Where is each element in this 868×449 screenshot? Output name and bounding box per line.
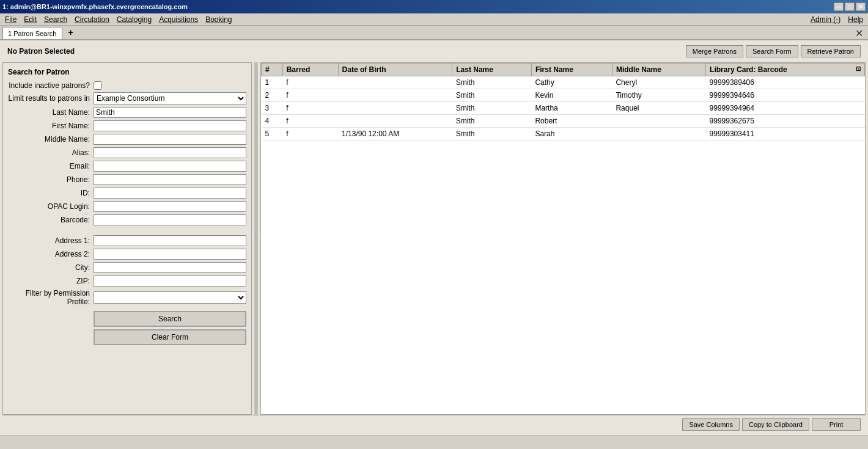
clear-form-button[interactable]: Clear Form	[94, 329, 246, 345]
phone-row: Phone:	[8, 174, 246, 185]
zip-input[interactable]	[94, 276, 246, 287]
menu-circulation[interactable]: Circulation	[71, 14, 113, 25]
zip-row: ZIP:	[8, 276, 246, 287]
menu-help[interactable]: Help	[844, 14, 867, 25]
cell-barred: f	[282, 102, 338, 115]
top-buttons: Merge Patrons Search Form Retrieve Patro…	[686, 45, 861, 57]
menu-acquisitions[interactable]: Acquisitions	[155, 14, 202, 25]
menu-edit[interactable]: Edit	[20, 14, 40, 25]
main-content: No Patron Selected Merge Patrons Search …	[0, 40, 868, 436]
city-label: City:	[8, 263, 94, 272]
address2-input[interactable]	[94, 249, 246, 260]
copy-clipboard-button[interactable]: Copy to Clipboard	[742, 418, 809, 431]
bottom-bar: Save Columns Copy to Clipboard Print	[2, 415, 866, 433]
opac-login-row: OPAC Login:	[8, 201, 246, 212]
address1-input[interactable]	[94, 235, 246, 246]
cell-num: 4	[262, 115, 283, 128]
results-panel: # Barred Date of Birth Last Name First N…	[260, 62, 866, 415]
search-button[interactable]: Search	[94, 311, 246, 327]
cell-dob	[338, 102, 452, 115]
cell-first-name: Kevin	[531, 89, 612, 102]
filter-permission-label: Filter by Permission Profile:	[8, 289, 94, 306]
cell-first-name: Martha	[531, 102, 612, 115]
table-row[interactable]: 2 f Smith Kevin Timothy 99999394646	[262, 89, 865, 102]
id-label: ID:	[8, 189, 94, 197]
cell-dob: 1/13/90 12:00 AM	[338, 128, 452, 141]
include-inactive-row: Include inactive patrons?	[8, 81, 246, 90]
filter-permission-select[interactable]	[94, 291, 246, 304]
tab-patron-search[interactable]: 1 Patron Search	[2, 27, 62, 39]
table-header-row: # Barred Date of Birth Last Name First N…	[262, 64, 865, 76]
close-button[interactable]: ✕	[856, 2, 866, 11]
id-input[interactable]	[94, 188, 246, 199]
cell-barcode: 99999362675	[706, 115, 865, 128]
table-row[interactable]: 4 f Smith Robert 99999362675	[262, 115, 865, 128]
city-row: City:	[8, 262, 246, 273]
retrieve-patron-button[interactable]: Retrieve Patron	[801, 45, 861, 57]
limit-results-label: Limit results to patrons in	[8, 94, 94, 103]
barcode-input[interactable]	[94, 214, 246, 225]
col-resize-icon[interactable]: ⊡	[856, 65, 861, 72]
opac-login-input[interactable]	[94, 201, 246, 212]
alias-input[interactable]	[94, 147, 246, 158]
results-tbody: 1 f Smith Cathy Cheryl 99999389406 2 f S…	[262, 76, 865, 141]
address1-row: Address 1:	[8, 235, 246, 246]
last-name-row: Last Name:	[8, 107, 246, 118]
search-form-button[interactable]: Search Form	[746, 45, 798, 57]
tab-add-button[interactable]: +	[64, 26, 78, 39]
include-inactive-checkbox[interactable]	[94, 81, 102, 90]
phone-input[interactable]	[94, 174, 246, 185]
last-name-input[interactable]	[94, 107, 246, 118]
cell-last-name: Smith	[452, 89, 532, 102]
phone-label: Phone:	[8, 175, 94, 184]
middle-name-input[interactable]	[94, 134, 246, 145]
limit-results-row: Limit results to patrons in Example Cons…	[8, 92, 246, 104]
table-row[interactable]: 5 f 1/13/90 12:00 AM Smith Sarah 9999930…	[262, 128, 865, 141]
cell-middle-name: Raquel	[612, 102, 705, 115]
address2-label: Address 2:	[8, 250, 94, 258]
search-panel-inner: Search for Patron Include inactive patro…	[3, 63, 251, 350]
first-name-input[interactable]	[94, 120, 246, 131]
status-bar	[0, 436, 868, 449]
content-split: Search for Patron Include inactive patro…	[2, 62, 866, 415]
cell-num: 1	[262, 76, 283, 89]
menu-file[interactable]: File	[1, 14, 20, 25]
resize-handle[interactable]: ⋮	[254, 62, 258, 415]
table-row[interactable]: 1 f Smith Cathy Cheryl 99999389406	[262, 76, 865, 89]
table-row[interactable]: 3 f Smith Martha Raquel 99999394964	[262, 102, 865, 115]
window-controls: — □ ✕	[834, 2, 866, 11]
cell-middle-name: Cheryl	[612, 76, 705, 89]
top-action-bar: No Patron Selected Merge Patrons Search …	[2, 43, 866, 60]
cell-num: 2	[262, 89, 283, 102]
alias-label: Alias:	[8, 148, 94, 157]
cell-barcode: 99999394646	[706, 89, 865, 102]
tab-close-icon[interactable]: ✕	[855, 27, 863, 39]
menu-search[interactable]: Search	[40, 14, 71, 25]
search-panel: Search for Patron Include inactive patro…	[2, 62, 252, 415]
title-bar: 1: admin@BR1-winxpvmfx.phasefx.evergreen…	[0, 0, 868, 13]
cell-middle-name	[612, 128, 705, 141]
cell-barcode: 99999389406	[706, 76, 865, 89]
minimize-button[interactable]: —	[834, 2, 844, 11]
save-columns-button[interactable]: Save Columns	[682, 418, 740, 431]
merge-patrons-button[interactable]: Merge Patrons	[686, 45, 743, 57]
print-button[interactable]: Print	[812, 418, 861, 431]
include-inactive-label: Include inactive patrons?	[8, 81, 94, 90]
middle-name-row: Middle Name:	[8, 134, 246, 145]
maximize-button[interactable]: □	[845, 2, 855, 11]
email-input[interactable]	[94, 161, 246, 172]
app-title: 1: admin@BR1-winxpvmfx.phasefx.evergreen…	[2, 3, 188, 10]
address2-row: Address 2:	[8, 249, 246, 260]
menu-cataloging[interactable]: Cataloging	[113, 14, 155, 25]
col-dob: Date of Birth	[338, 64, 452, 76]
search-panel-title: Search for Patron	[8, 68, 246, 76]
limit-results-select[interactable]: Example Consortium	[94, 92, 246, 104]
city-input[interactable]	[94, 262, 246, 273]
opac-login-label: OPAC Login:	[8, 202, 94, 211]
menu-bar: File Edit Search Circulation Cataloging …	[0, 13, 868, 26]
menu-booking[interactable]: Booking	[202, 14, 235, 25]
tab-bar: 1 Patron Search + ✕	[0, 26, 868, 40]
cell-first-name: Robert	[531, 115, 612, 128]
col-barcode: Library Card: Barcode ⊡	[706, 64, 865, 76]
menu-admin[interactable]: Admin (-)	[807, 14, 844, 25]
